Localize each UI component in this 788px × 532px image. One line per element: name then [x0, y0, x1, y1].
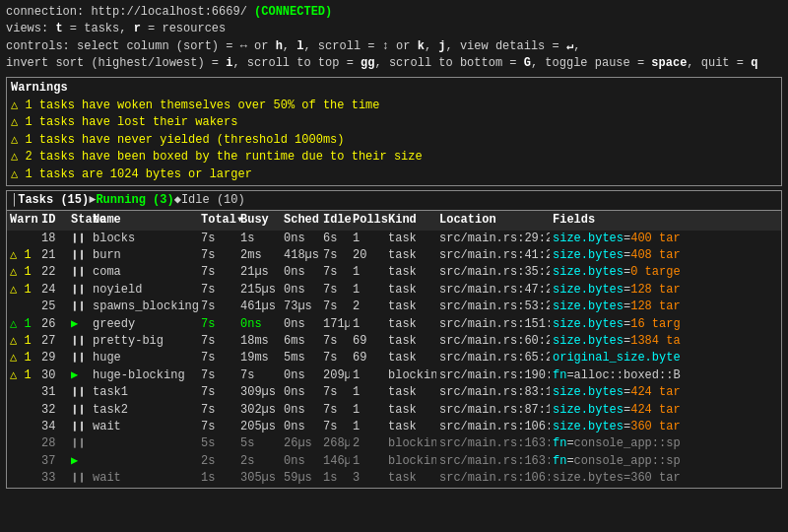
table-row[interactable]: △ 1 27 ❙❙ pretty-big 7s 18ms 6ms 7s 69 t… — [7, 333, 781, 350]
cell-location: src/main.rs:83:10 — [436, 384, 550, 401]
table-row[interactable]: △ 1 29 ❙❙ huge 7s 19ms 5ms 7s 69 task sr… — [7, 350, 781, 366]
cell-sched: 73µs — [281, 299, 320, 315]
cell-warn — [7, 470, 38, 487]
cell-sched: 0ns — [281, 384, 320, 401]
warning-2: △ 1 tasks have lost their wakers — [11, 114, 777, 131]
cell-fields: size.bytes=0 targe — [550, 264, 781, 281]
cell-warn — [7, 384, 38, 401]
cell-location: src/main.rs:60:22 — [436, 333, 550, 350]
table-row[interactable]: 18 ❙❙ blocks 7s 1s 0ns 6s 1 task src/mai… — [7, 231, 781, 247]
cell-id: 27 — [38, 333, 68, 350]
cell-total: 7s — [198, 316, 237, 333]
table-row[interactable]: 28 ❙❙ 5s 5s 26µs 268µs 2 blocking src/ma… — [7, 435, 781, 452]
cell-total: 7s — [198, 247, 237, 264]
table-row[interactable]: △ 1 30 ▶ huge-blocking 7s 7s 0ns 209µs 1… — [7, 367, 781, 384]
cell-kind: task — [385, 231, 436, 247]
cell-state: ❙❙ — [68, 333, 90, 350]
table-row[interactable]: 25 ❙❙ spawns_blocking 7s 461µs 73µs 7s 2… — [7, 299, 781, 315]
cell-state: ❙❙ — [68, 350, 90, 366]
cell-sched: 0ns — [281, 453, 320, 470]
cell-sched: 0ns — [281, 402, 320, 419]
cell-kind: task — [385, 316, 436, 333]
cell-id: 29 — [38, 350, 68, 366]
cell-location: src/main.rs:87:10 — [436, 402, 550, 419]
cell-fields: original_size.byte — [550, 350, 781, 366]
table-row[interactable]: 32 ❙❙ task2 7s 302µs 0ns 7s 1 task src/m… — [7, 402, 781, 419]
cell-name: wait — [90, 470, 198, 487]
table-row[interactable]: △ 1 22 ❙❙ coma 7s 21µs 0ns 7s 1 task src… — [7, 264, 781, 281]
cell-location: src/main.rs:29:22 — [436, 231, 550, 247]
cell-total: 7s — [198, 367, 237, 384]
table-row[interactable]: 34 ❙❙ wait 7s 205µs 0ns 7s 1 task src/ma… — [7, 419, 781, 435]
cell-location: src/main.rs:65:22 — [436, 350, 550, 366]
warnings-title: Warnings — [11, 80, 777, 97]
cell-busy: 2s — [237, 453, 281, 470]
cell-busy: 0ns — [237, 316, 281, 333]
cell-fields: size.bytes=16 targ — [550, 316, 781, 333]
cell-polls: 69 — [350, 350, 385, 366]
cell-total: 7s — [198, 299, 237, 315]
table-row[interactable]: 37 ▶ 2s 2s 0ns 146µs 1 blocking src/main… — [7, 453, 781, 470]
cell-polls: 2 — [350, 299, 385, 315]
cell-name: blocks — [90, 231, 198, 247]
cell-name: coma — [90, 264, 198, 281]
cell-name: greedy — [90, 316, 198, 333]
col-header-name[interactable]: Name — [90, 211, 198, 230]
col-header-id[interactable]: ID — [38, 211, 68, 230]
cell-name: huge — [90, 350, 198, 366]
cell-location: src/main.rs:151:14 — [436, 316, 550, 333]
cell-fields: size.bytes=1384 ta — [550, 333, 781, 350]
cell-location: src/main.rs:41:22 — [436, 247, 550, 264]
cell-state: ❙❙ — [68, 402, 90, 419]
cell-name: noyield — [90, 282, 198, 299]
table-row[interactable]: 33 ❙❙ wait 1s 305µs 59µs 1s 3 task src/m… — [7, 470, 781, 487]
cell-warn: △ 1 — [7, 316, 38, 333]
cell-kind: task — [385, 264, 436, 281]
cell-idle: 7s — [320, 264, 350, 281]
cell-total: 7s — [198, 402, 237, 419]
cell-idle: 7s — [320, 419, 350, 435]
cell-busy: 302µs — [237, 402, 281, 419]
views-line: views: t = tasks, r = resources — [6, 21, 782, 37]
cell-location: src/main.rs:47:22 — [436, 282, 550, 299]
table-row[interactable]: △ 1 26 ▶ greedy 7s 0ns 0ns 171µs 1 task … — [7, 316, 781, 333]
cell-idle: 7s — [320, 282, 350, 299]
cell-busy: 21µs — [237, 264, 281, 281]
cell-warn — [7, 402, 38, 419]
col-header-sched[interactable]: Sched — [281, 211, 320, 230]
cell-fields: size.bytes=408 tar — [550, 247, 781, 264]
connection-label: connection: — [6, 5, 84, 19]
col-header-state[interactable]: State — [68, 211, 90, 230]
cell-state: ❙❙ — [68, 419, 90, 435]
col-header-fields[interactable]: Fields — [550, 211, 781, 230]
cell-state: ❙❙ — [68, 231, 90, 247]
col-header-warn[interactable]: Warn — [7, 211, 38, 230]
cell-total: 7s — [198, 350, 237, 366]
table-row[interactable]: 31 ❙❙ task1 7s 309µs 0ns 7s 1 task src/m… — [7, 384, 781, 401]
cell-location: src/main.rs:106:18 — [436, 419, 550, 435]
tasks-header-bar: │ Tasks (15) ► Running (3) ◆ Idle (10) — [6, 190, 782, 210]
col-header-idle[interactable]: Idle — [320, 211, 350, 230]
cell-warn — [7, 435, 38, 452]
table-row[interactable]: △ 1 24 ❙❙ noyield 7s 215µs 0ns 7s 1 task… — [7, 282, 781, 299]
col-header-polls[interactable]: Polls — [350, 211, 385, 230]
col-header-kind[interactable]: Kind — [385, 211, 436, 230]
warning-4: △ 2 tasks have been boxed by the runtime… — [11, 149, 777, 166]
col-header-location[interactable]: Location — [436, 211, 550, 230]
cell-kind: task — [385, 350, 436, 366]
cell-busy: 1s — [237, 231, 281, 247]
cell-fields: size.bytes=128 tar — [550, 299, 781, 315]
col-header-total[interactable]: Total▾ — [198, 211, 237, 230]
table-row[interactable]: △ 1 21 ❙❙ burn 7s 2ms 418µs 7s 20 task s… — [7, 247, 781, 264]
cell-total: 7s — [198, 231, 237, 247]
cell-busy: 19ms — [237, 350, 281, 366]
cell-name: pretty-big — [90, 333, 198, 350]
warning-5: △ 1 tasks are 1024 bytes or larger — [11, 166, 777, 183]
cell-location: src/main.rs:163:13 — [436, 435, 550, 452]
cell-polls: 1 — [350, 231, 385, 247]
cell-sched: 0ns — [281, 282, 320, 299]
col-header-busy[interactable]: Busy — [237, 211, 281, 230]
cell-state: ❙❙ — [68, 470, 90, 487]
cell-state: ❙❙ — [68, 384, 90, 401]
cell-idle: 7s — [320, 402, 350, 419]
